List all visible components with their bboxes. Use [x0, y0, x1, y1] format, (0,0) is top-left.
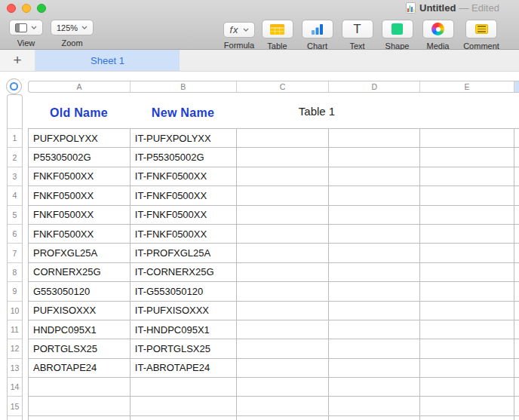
header-cell-new-name[interactable]: New Name	[130, 106, 236, 120]
cell-D8[interactable]	[329, 263, 420, 281]
media-button[interactable]	[422, 20, 454, 38]
row-header-title-row[interactable]	[8, 95, 22, 129]
cell-F13[interactable]	[514, 359, 519, 377]
cell-E10[interactable]	[420, 302, 514, 320]
row-header-15[interactable]: 15	[8, 397, 22, 415]
row-header-16[interactable]	[8, 416, 22, 420]
cell-A2[interactable]: P55305002G	[29, 148, 131, 166]
cell-E5[interactable]	[420, 206, 514, 224]
cell-B6[interactable]: IT-FNKF0500XX	[131, 225, 237, 243]
cell-E14[interactable]	[420, 378, 514, 396]
row-header-12[interactable]: 12	[8, 339, 22, 358]
cell-D1[interactable]	[329, 129, 420, 147]
cell-E7[interactable]	[420, 244, 514, 262]
cell-B8[interactable]: IT-CORNERX25G	[131, 263, 237, 281]
cell-C2[interactable]	[237, 148, 330, 166]
cell-E1[interactable]	[420, 129, 514, 147]
comment-button[interactable]	[465, 20, 497, 38]
cell-C1[interactable]	[237, 129, 330, 147]
cell-B1[interactable]: IT-PUFXPOLYXX	[131, 129, 237, 147]
cell-E16[interactable]	[420, 416, 514, 420]
row-header-13[interactable]: 13	[8, 359, 22, 378]
text-button[interactable]: T	[342, 20, 373, 38]
cell-C5[interactable]	[237, 206, 330, 224]
cell-E2[interactable]	[420, 148, 514, 166]
cell-D7[interactable]	[329, 244, 420, 262]
cell-F11[interactable]	[514, 320, 519, 339]
cell-E13[interactable]	[420, 359, 514, 377]
cell-B11[interactable]: IT-HNDPC095X1	[131, 320, 237, 339]
row-header-8[interactable]: 8	[8, 263, 22, 282]
cell-F16[interactable]	[514, 416, 519, 420]
cell-E3[interactable]	[420, 167, 514, 185]
cell-E9[interactable]	[420, 282, 514, 300]
cell-C12[interactable]	[237, 339, 330, 357]
table-title[interactable]: Table 1	[299, 105, 335, 118]
row-header-2[interactable]: 2	[8, 148, 22, 167]
row-header-7[interactable]: 7	[8, 244, 22, 262]
cell-A10[interactable]: PUFXISOXXX	[29, 302, 131, 320]
cell-A4[interactable]: FNKF0500XX	[29, 186, 131, 204]
row-header-11[interactable]: 11	[8, 320, 22, 339]
cell-C3[interactable]	[237, 167, 330, 185]
cell-C9[interactable]	[237, 282, 330, 300]
cell-C7[interactable]	[237, 244, 330, 262]
shape-button[interactable]	[382, 20, 413, 38]
cell-D16[interactable]	[329, 416, 420, 420]
chart-button[interactable]	[302, 20, 333, 38]
cell-C4[interactable]	[237, 186, 330, 204]
cell-C14[interactable]	[237, 378, 330, 396]
cell-D2[interactable]	[329, 148, 420, 166]
cell-F9[interactable]	[514, 282, 519, 300]
cell-E4[interactable]	[420, 186, 514, 204]
cell-C6[interactable]	[237, 225, 330, 243]
cell-C15[interactable]	[237, 397, 330, 415]
cell-D6[interactable]	[329, 225, 420, 243]
cell-C13[interactable]	[237, 359, 330, 377]
cell-A1[interactable]: PUFXPOLYXX	[29, 129, 131, 147]
table-button[interactable]	[262, 20, 293, 38]
cell-F3[interactable]	[514, 167, 519, 185]
column-header-D[interactable]: D	[329, 81, 420, 92]
cell-E8[interactable]	[420, 263, 514, 281]
cell-B3[interactable]: IT-FNKF0500XX	[131, 167, 237, 185]
column-header-A[interactable]: A	[29, 81, 131, 92]
column-header-B[interactable]: B	[131, 81, 237, 92]
cell-A14[interactable]	[29, 378, 131, 396]
cell-A5[interactable]: FNKF0500XX	[29, 206, 131, 224]
cell-F8[interactable]	[514, 263, 519, 281]
cell-A6[interactable]: FNKF0500XX	[29, 225, 131, 243]
cell-B4[interactable]: IT-FNKF0500XX	[131, 186, 237, 204]
cell-D13[interactable]	[329, 359, 420, 377]
cell-E12[interactable]	[420, 339, 514, 357]
cell-B9[interactable]: IT-G553050120	[131, 282, 237, 300]
view-button[interactable]	[9, 20, 43, 35]
cell-A7[interactable]: PROFXGL25A	[29, 244, 131, 262]
cell-B2[interactable]: IT-P55305002G	[131, 148, 237, 166]
cell-D10[interactable]	[329, 302, 420, 320]
cell-C11[interactable]	[237, 320, 330, 339]
row-header-3[interactable]: 3	[8, 167, 22, 186]
cell-F4[interactable]	[514, 186, 519, 204]
column-header-partial[interactable]	[514, 81, 519, 92]
cell-A3[interactable]: FNKF0500XX	[29, 167, 131, 185]
row-header-5[interactable]: 5	[8, 206, 22, 225]
cell-D14[interactable]	[329, 378, 420, 396]
cell-B10[interactable]: IT-PUFXISOXXX	[131, 302, 237, 320]
cell-F7[interactable]	[514, 244, 519, 262]
column-header-C[interactable]: C	[237, 81, 330, 92]
minimize-window-button[interactable]	[22, 4, 31, 13]
cell-D4[interactable]	[329, 186, 420, 204]
cell-B15[interactable]	[131, 397, 237, 415]
cell-D15[interactable]	[329, 397, 420, 415]
cell-F10[interactable]	[514, 302, 519, 320]
row-header-9[interactable]: 9	[8, 282, 22, 301]
cell-D9[interactable]	[329, 282, 420, 300]
cell-A13[interactable]: ABROTAPE24	[29, 359, 131, 377]
cell-D11[interactable]	[329, 320, 420, 339]
zoom-button[interactable]: 125%	[51, 20, 94, 35]
cell-B13[interactable]: IT-ABROTAPE24	[131, 359, 237, 377]
zoom-window-button[interactable]	[37, 4, 46, 13]
table-select-handle[interactable]	[6, 78, 22, 94]
cell-D5[interactable]	[329, 206, 420, 224]
